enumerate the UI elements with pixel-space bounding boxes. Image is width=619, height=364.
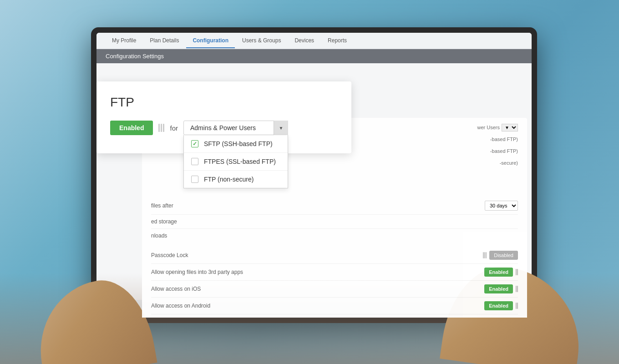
sftp-checkbox[interactable]: ✓ (191, 140, 198, 147)
3rdparty-label: Allow opening files into 3rd party apps (151, 269, 484, 275)
3rdparty-toggle[interactable] (516, 269, 518, 275)
passcode-toggle[interactable] (483, 252, 487, 258)
dropdown-item-sftp[interactable]: ✓ SFTP (SSH-based FTP) (184, 135, 288, 153)
tab-bar: My Profile Plan Details Configuration Us… (96, 33, 532, 49)
settings-row-3rdparty: Allow opening files into 3rd party apps … (151, 264, 518, 281)
sftp-label: SFTP (SSH-based FTP) (204, 140, 273, 147)
settings-row-downloads: nloads (151, 229, 518, 243)
ftpes-checkbox[interactable] (191, 158, 198, 165)
android-label: Allow access on Android (151, 303, 484, 309)
tab-my-profile[interactable]: My Profile (106, 34, 142, 48)
ftp-user-dropdown-container[interactable]: Admins & Power Users ▼ ✓ SFTP (SSH-based… (183, 121, 288, 135)
for-label: for (170, 124, 178, 132)
settings-row-files-after: files after 30 days (151, 197, 518, 215)
ftp-toggle[interactable] (158, 124, 164, 132)
tab-configuration[interactable]: Configuration (186, 34, 235, 48)
tab-plan-details[interactable]: Plan Details (143, 34, 185, 48)
right-col-item: wer Users ▼ (477, 122, 518, 132)
storage-label: ed storage (151, 218, 518, 225)
ftp-panel: FTP Enabled for Admins & Power Users (96, 81, 351, 153)
ftp-enabled-button[interactable]: Enabled (110, 121, 153, 135)
tab-users-groups[interactable]: Users & Groups (236, 34, 287, 48)
downloads-label: nloads (151, 233, 518, 239)
ftp-nonsecure-checkbox[interactable] (191, 176, 198, 183)
settings-row-windows: Allow access on Windows Enabled (151, 314, 518, 318)
right-col-ftp: -secure) (477, 158, 518, 168)
config-settings-header: Configuration Settings (96, 49, 532, 63)
ios-status[interactable]: Enabled (484, 284, 513, 293)
ios-toggle[interactable] (516, 286, 518, 292)
files-after-control: 30 days (485, 201, 518, 211)
tab-devices[interactable]: Devices (288, 34, 320, 48)
passcode-status[interactable]: Disabled (489, 251, 518, 260)
android-toggle[interactable] (516, 303, 518, 309)
tab-reports[interactable]: Reports (321, 34, 353, 48)
settings-row-passcode: Passcode Lock Disabled (151, 247, 518, 264)
ftp-user-dropdown[interactable]: Admins & Power Users ▼ (183, 121, 288, 135)
ftp-nonsecure-label: FTP (non-secure) (204, 176, 254, 183)
right-col-ftpes: -based FTP) (477, 146, 518, 156)
days-select[interactable]: 30 days (485, 201, 518, 211)
right-users-select[interactable]: ▼ (502, 124, 518, 131)
settings-row-ios: Allow access on iOS Enabled (151, 281, 518, 298)
dropdown-arrow-icon[interactable]: ▼ (274, 121, 288, 135)
laptop-bezel: My Profile Plan Details Configuration Us… (91, 27, 537, 323)
ftp-title: FTP (110, 95, 338, 110)
3rdparty-status[interactable]: Enabled (484, 268, 513, 277)
sftp-checkmark: ✓ (193, 141, 197, 147)
settings-row-storage: ed storage (151, 215, 518, 229)
ftp-main-row: Enabled for Admins & Power Users ▼ (110, 121, 338, 135)
dropdown-selected-value: Admins & Power Users (184, 121, 288, 135)
passcode-label: Passcode Lock (151, 252, 483, 258)
files-after-label: files after (151, 202, 485, 209)
dropdown-item-ftpes[interactable]: FTPES (SSL-based FTP) (184, 153, 288, 171)
android-status[interactable]: Enabled (484, 301, 513, 310)
dropdown-item-ftp-nonsecure[interactable]: FTP (non-secure) (184, 171, 288, 188)
ftp-dropdown-menu[interactable]: ✓ SFTP (SSH-based FTP) FTPES (SSL-based … (183, 135, 288, 188)
ios-label: Allow access on iOS (151, 286, 484, 292)
laptop-screen: My Profile Plan Details Configuration Us… (96, 33, 532, 318)
settings-row-android: Allow access on Android Enabled (151, 298, 518, 314)
ftpes-label: FTPES (SSL-based FTP) (204, 158, 276, 165)
right-col-sftp: -based FTP) (477, 134, 518, 144)
